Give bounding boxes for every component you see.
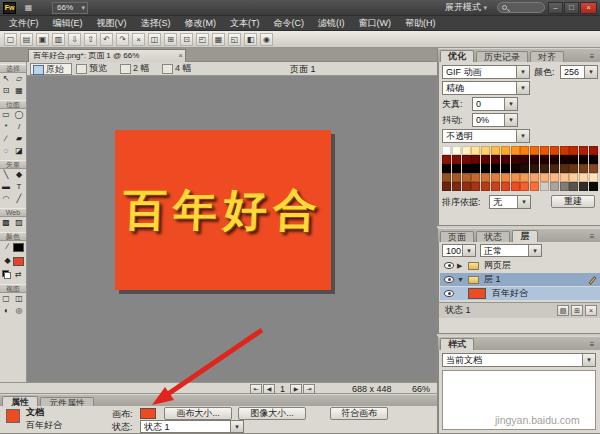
menu-item-modify[interactable]: 修改(M) [178, 16, 224, 30]
palette-swatch[interactable] [442, 173, 451, 182]
blend-mode-dropdown[interactable]: 正常 [480, 244, 542, 257]
default-colors-icon[interactable] [2, 270, 11, 279]
pointer-tool-icon[interactable]: ↖ [1, 74, 12, 85]
ungroup-icon[interactable]: ◱ [228, 33, 241, 46]
palette-swatch[interactable] [560, 164, 569, 173]
page-indicator[interactable]: 页面 1 [290, 63, 316, 75]
rubber-stamp-tool-icon[interactable]: ◪ [14, 146, 25, 157]
workspace-switcher[interactable]: 展开模式 ▾ [445, 2, 487, 13]
palette-swatch[interactable] [491, 146, 500, 155]
canvas-size-button[interactable]: 画布大小... [164, 407, 232, 420]
previous-state-icon[interactable]: ◀ [263, 384, 275, 394]
palette-swatch[interactable] [471, 182, 480, 191]
stroke-color-well[interactable] [13, 243, 24, 252]
palette-swatch[interactable] [491, 155, 500, 164]
collapse-arrow-icon[interactable]: ▼ [457, 273, 464, 286]
colors-dropdown[interactable]: 256 [560, 65, 598, 79]
magic-wand-tool-icon[interactable]: * [1, 122, 12, 133]
palette-swatch[interactable] [442, 146, 451, 155]
fill-color-well[interactable] [13, 257, 24, 266]
preview-in-browser-icon[interactable]: ◉ [260, 33, 273, 46]
menu-item-edit[interactable]: 编辑(E) [46, 16, 90, 30]
first-state-icon[interactable]: ⇤ [250, 384, 262, 394]
view-preview-button[interactable]: 预览 [74, 63, 116, 75]
canvas-area[interactable]: 百年好合 [27, 76, 437, 382]
palette-swatch[interactable] [471, 155, 480, 164]
palette-swatch[interactable] [589, 164, 598, 173]
state-dropdown[interactable]: 状态 1 [140, 420, 244, 433]
panel-menu-icon[interactable]: ≡ [585, 52, 599, 62]
slice-tool-icon[interactable]: ▩ [1, 218, 12, 229]
menu-item-view[interactable]: 视图(V) [90, 16, 134, 30]
menu-item-commands[interactable]: 命令(C) [267, 16, 312, 30]
import-icon[interactable]: ⇩ [68, 33, 81, 46]
palette-swatch[interactable] [579, 182, 588, 191]
palette-swatch[interactable] [511, 173, 520, 182]
transparency-dropdown[interactable]: 不透明 [442, 129, 530, 143]
pencil-tool-icon[interactable]: ∕ [1, 134, 12, 145]
palette-swatch[interactable] [589, 146, 598, 155]
menu-item-help[interactable]: 帮助(H) [398, 16, 443, 30]
palette-swatch[interactable] [530, 173, 539, 182]
palette-swatch[interactable] [520, 173, 529, 182]
zoom-tool-icon[interactable]: ◎ [14, 306, 25, 317]
arrange-documents-icon[interactable]: ▦ [22, 2, 35, 13]
crop-icon[interactable]: ⊡ [180, 33, 193, 46]
hand-tool-icon[interactable]: ◖ [1, 306, 12, 317]
menu-item-filters[interactable]: 滤镜(I) [311, 16, 352, 30]
palette-swatch[interactable] [511, 155, 520, 164]
canvas-artwork[interactable]: 百年好合 [115, 130, 331, 290]
print-icon[interactable]: ▥ [52, 33, 65, 46]
text-tool-icon[interactable]: T [14, 182, 25, 193]
new-document-icon[interactable]: ▢ [4, 33, 17, 46]
menu-item-select[interactable]: 选择(S) [134, 16, 178, 30]
palette-swatch[interactable] [520, 164, 529, 173]
new-bitmap-icon[interactable]: ▧ [557, 305, 569, 316]
palette-swatch[interactable] [471, 164, 480, 173]
palette-swatch[interactable] [550, 182, 559, 191]
undo-icon[interactable]: ↶ [100, 33, 113, 46]
palette-swatch[interactable] [569, 146, 578, 155]
swap-colors-icon[interactable]: ⇄ [15, 270, 22, 279]
dither-dropdown[interactable]: 0% [472, 113, 518, 127]
free-transform-icon[interactable]: ◰ [196, 33, 209, 46]
palette-swatch[interactable] [501, 173, 510, 182]
palette-swatch[interactable] [511, 146, 520, 155]
layer-opacity-dropdown[interactable]: 100 [442, 244, 476, 257]
palette-swatch[interactable] [481, 164, 490, 173]
menu-item-text[interactable]: 文本(T) [223, 16, 267, 30]
freeform-tool-icon[interactable]: ◠ [1, 194, 12, 205]
group-icon[interactable]: ▦ [212, 33, 225, 46]
palette-swatch[interactable] [569, 182, 578, 191]
palette-swatch[interactable] [491, 173, 500, 182]
close-button[interactable]: × [580, 2, 597, 14]
next-state-icon[interactable]: ▶ [290, 384, 302, 394]
eye-icon[interactable] [444, 290, 454, 297]
palette-swatch[interactable] [481, 173, 490, 182]
palette-mode-dropdown[interactable]: 精确 [442, 81, 530, 95]
rectangle-tool-icon[interactable]: ▬ [1, 182, 12, 193]
palette-swatch[interactable] [530, 146, 539, 155]
palette-swatch[interactable] [520, 182, 529, 191]
palette-swatch[interactable] [501, 146, 510, 155]
palette-swatch[interactable] [452, 173, 461, 182]
palette-swatch[interactable] [491, 182, 500, 191]
menu-item-window[interactable]: 窗口(W) [352, 16, 399, 30]
palette-swatch[interactable] [569, 173, 578, 182]
palette-swatch[interactable] [442, 164, 451, 173]
view-4up-button[interactable]: 4 幅 [160, 63, 200, 75]
eraser-tool-icon[interactable]: ▰ [14, 134, 25, 145]
cut-icon[interactable]: × [132, 33, 145, 46]
palette-swatch[interactable] [520, 146, 529, 155]
pen-tool-icon[interactable]: ◆ [14, 170, 25, 181]
knife-tool-icon[interactable]: ╱ [14, 194, 25, 205]
export-format-dropdown[interactable]: GIF 动画 [442, 65, 530, 79]
palette-swatch[interactable] [530, 182, 539, 191]
palette-swatch[interactable] [540, 182, 549, 191]
palette-swatch[interactable] [501, 155, 510, 164]
delete-layer-icon[interactable]: × [585, 305, 597, 316]
palette-swatch[interactable] [560, 182, 569, 191]
palette-swatch[interactable] [511, 164, 520, 173]
layer-row-layer1[interactable]: ▼ 层 1 [440, 273, 600, 286]
panel-menu-icon[interactable]: ≡ [585, 232, 599, 242]
